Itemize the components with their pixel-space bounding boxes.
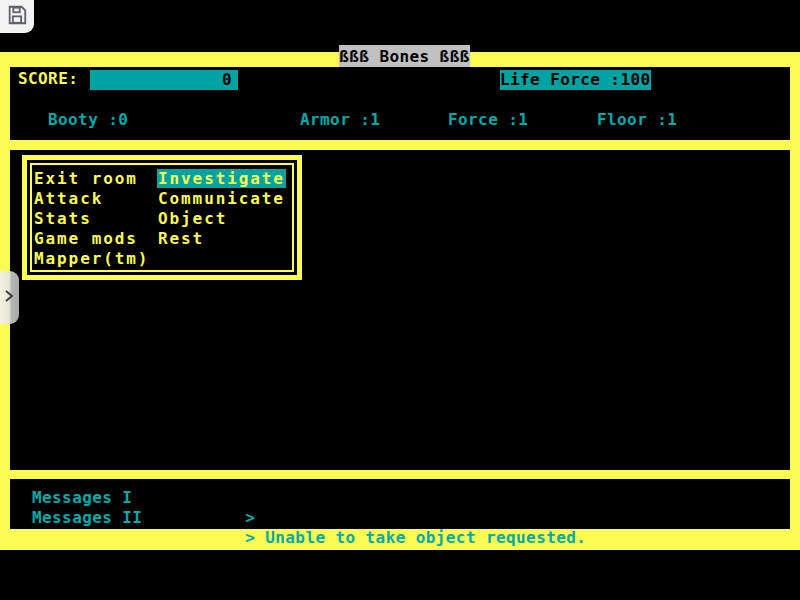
- life-force-badge: Life Force :100: [500, 70, 651, 90]
- menu-item-object[interactable]: Object: [158, 209, 227, 229]
- menu-item-exit-room[interactable]: Exit room: [34, 169, 138, 189]
- menu-window: Exit room Attack Stats Game mods Mapper(…: [22, 155, 302, 280]
- drawer-toggle[interactable]: [0, 271, 19, 324]
- messages-panel: Messages I > Messages II >Unable to take…: [10, 479, 790, 529]
- messages-2-line: >Unable to take object requested.: [185, 508, 586, 568]
- menu-item-mapper[interactable]: Mapper(tm): [34, 249, 149, 269]
- score-label: SCORE:: [18, 69, 78, 89]
- menu-item-attack[interactable]: Attack: [34, 189, 103, 209]
- chevron-right-icon: [0, 288, 15, 308]
- save-button[interactable]: [0, 0, 34, 33]
- messages-2-text: Unable to take object requested.: [265, 528, 586, 547]
- menu-item-communicate[interactable]: Communicate: [158, 189, 285, 209]
- save-icon: [6, 4, 28, 30]
- menu-window-inner: Exit room Attack Stats Game mods Mapper(…: [30, 163, 294, 272]
- stat-force: Force :1: [448, 110, 528, 130]
- messages-1-label: Messages I: [32, 488, 132, 508]
- menu-item-investigate[interactable]: Investigate: [158, 169, 286, 189]
- menu-item-stats[interactable]: Stats: [34, 209, 92, 229]
- main-panel: Exit room Attack Stats Game mods Mapper(…: [10, 150, 790, 470]
- game-title: ßßß Bones ßßß: [339, 45, 470, 69]
- messages-2-label: Messages II: [32, 508, 142, 528]
- stat-floor: Floor :1: [597, 110, 677, 130]
- score-panel: SCORE: 0 Life Force :100 Booty :0 Armor …: [10, 67, 790, 140]
- stat-booty: Booty :0: [48, 110, 128, 130]
- stat-armor: Armor :1: [300, 110, 380, 130]
- game-screen: ßßß Bones ßßß SCORE: 0 Life Force :100 B…: [0, 0, 800, 600]
- menu-item-game-mods[interactable]: Game mods: [34, 229, 138, 249]
- messages-2-prompt: >: [245, 528, 255, 547]
- menu-item-rest[interactable]: Rest: [158, 229, 204, 249]
- score-bar: 0: [90, 70, 238, 90]
- score-value: 0: [222, 70, 232, 89]
